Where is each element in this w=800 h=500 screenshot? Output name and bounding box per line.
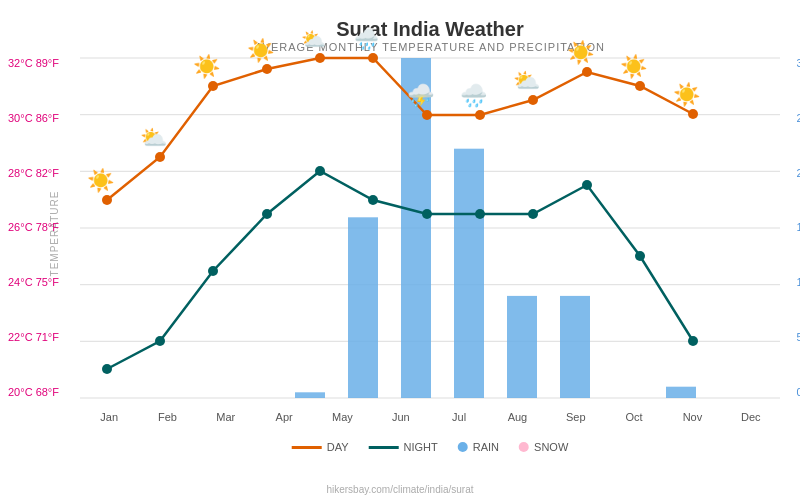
- svg-point-20: [422, 209, 432, 219]
- svg-rect-7: [348, 217, 378, 398]
- icon-jun: 🌧️: [354, 27, 379, 51]
- svg-point-24: [635, 251, 645, 261]
- svg-point-33: [475, 110, 485, 120]
- svg-point-30: [315, 53, 325, 63]
- legend-rain-label: RAIN: [473, 441, 499, 453]
- svg-point-37: [688, 109, 698, 119]
- x-axis: Jan Feb Mar Apr May Jun Jul Aug Sep Oct …: [80, 411, 780, 423]
- svg-point-36: [635, 81, 645, 91]
- legend-night: NIGHT: [369, 441, 438, 453]
- legend-night-line: [369, 446, 399, 449]
- watermark: hikersbay.com/climate/india/surat: [326, 484, 473, 495]
- svg-point-26: [102, 195, 112, 205]
- svg-point-19: [368, 195, 378, 205]
- icon-jan: ☀️: [87, 167, 115, 194]
- svg-point-32: [422, 110, 432, 120]
- chart-area: 32°C 89°F 30°C 86°F 28°C 82°F 26°C 78°F …: [80, 58, 780, 398]
- legend-snow-label: SNOW: [534, 441, 568, 453]
- svg-point-35: [582, 67, 592, 77]
- svg-rect-9: [454, 149, 484, 398]
- svg-rect-11: [560, 296, 590, 398]
- icon-dec: ☀️: [673, 81, 701, 108]
- chart-title: Surat India Weather: [80, 10, 780, 41]
- legend-day: DAY: [292, 441, 349, 453]
- legend-rain-dot: [458, 442, 468, 452]
- svg-point-25: [688, 336, 698, 346]
- svg-point-27: [155, 152, 165, 162]
- svg-point-18: [315, 166, 325, 176]
- icon-mar: ☀️: [193, 53, 221, 80]
- icon-feb: ⛅: [140, 124, 168, 151]
- legend-rain: RAIN: [458, 441, 499, 453]
- svg-point-22: [528, 209, 538, 219]
- chart-svg: ☀️ ⛅ ☀️ ☀️ ⛅ 🌧️ ⛈️ 🌧️ ⛅ ☀️ ☀: [80, 58, 780, 398]
- svg-point-28: [208, 81, 218, 91]
- svg-point-16: [208, 266, 218, 276]
- svg-rect-13: [295, 392, 325, 398]
- icon-jul: ⛈️: [407, 82, 435, 109]
- svg-rect-10: [507, 296, 537, 398]
- chart-subtitle: AVERAGE MONTHLY TEMPERATURE AND PRECIPIT…: [80, 41, 780, 53]
- icon-aug: 🌧️: [460, 82, 488, 109]
- legend-day-label: DAY: [327, 441, 349, 453]
- icon-apr: ☀️: [247, 37, 275, 64]
- icon-nov: ☀️: [620, 53, 648, 80]
- svg-point-31: [368, 53, 378, 63]
- svg-point-23: [582, 180, 592, 190]
- icon-may: ⛅: [301, 27, 326, 51]
- legend-snow-dot: [519, 442, 529, 452]
- svg-point-21: [475, 209, 485, 219]
- legend: DAY NIGHT RAIN SNOW: [292, 441, 569, 453]
- legend-day-line: [292, 446, 322, 449]
- icon-sep: ⛅: [513, 67, 541, 94]
- icon-oct: ☀️: [567, 39, 595, 66]
- svg-point-17: [262, 209, 272, 219]
- legend-night-label: NIGHT: [404, 441, 438, 453]
- legend-snow: SNOW: [519, 441, 568, 453]
- y-axis-left: 32°C 89°F 30°C 86°F 28°C 82°F 26°C 78°F …: [8, 58, 59, 398]
- svg-point-15: [155, 336, 165, 346]
- svg-point-14: [102, 364, 112, 374]
- svg-rect-12: [666, 387, 696, 398]
- y-axis-right: 30 days 25 days 20 days 15 days 10 days …: [796, 58, 800, 398]
- chart-container: Surat India Weather AVERAGE MONTHLY TEMP…: [0, 0, 800, 500]
- svg-point-29: [262, 64, 272, 74]
- svg-point-34: [528, 95, 538, 105]
- svg-rect-8: [401, 58, 431, 398]
